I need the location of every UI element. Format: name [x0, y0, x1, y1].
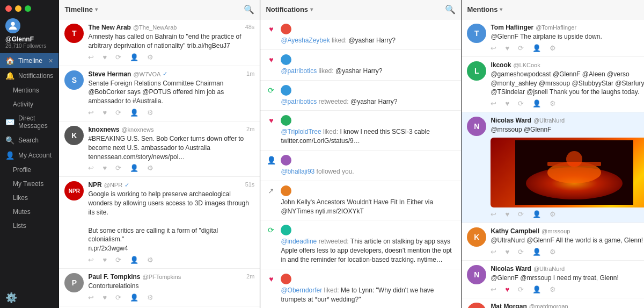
retweet-action[interactable]: ⟳ — [115, 256, 121, 264]
sidebar-item-direct-messages[interactable]: ✉️ Direct Messages — [0, 111, 58, 133]
sidebar-item-timeline[interactable]: 🏠 Timeline ✕ — [0, 53, 58, 68]
notification-item[interactable]: ♥ @TriploidTree liked: I know I need thi… — [260, 111, 461, 151]
more-action[interactable]: ⚙ — [147, 53, 153, 61]
reply-action[interactable]: ↩ — [491, 44, 496, 52]
tweet[interactable]: P Paul F. Tompkins @PFTompkins 2m Contor… — [59, 269, 260, 306]
like-action[interactable]: ♥ — [505, 44, 509, 52]
sidebar-item-profile[interactable]: Profile — [0, 163, 58, 177]
more-action[interactable]: ⚙ — [550, 248, 556, 256]
mention-tweet[interactable]: N Nicolas Ward @UltraNurd 2h @mrssoup @G… — [462, 112, 644, 223]
retweet-action[interactable]: ⟳ — [518, 44, 524, 52]
more-action[interactable]: ⚙ — [550, 210, 556, 218]
like-action[interactable]: ♥ — [505, 248, 509, 256]
reply-action[interactable]: ↩ — [88, 293, 94, 302]
tweet-header: knoxnews @knoxnews 2m — [88, 126, 254, 133]
mention-tweet[interactable]: T Tom Haflinger @TomHaflinger 59m @Glenn… — [462, 19, 644, 57]
notification-item[interactable]: ↗ John Kelly's Ancestors Wouldn't Have F… — [260, 181, 461, 221]
sidebar-item-lists[interactable]: Lists — [0, 219, 58, 233]
tweet[interactable]: K knoxnews @knoxnews 2m #BREAKING U.S. S… — [59, 121, 260, 177]
more-action[interactable]: ⚙ — [147, 256, 153, 264]
retweet-action[interactable]: ⟳ — [518, 285, 524, 293]
retweet-action[interactable]: ⟳ — [518, 210, 524, 218]
retweet-action[interactable]: ⟳ — [518, 99, 524, 108]
more-action[interactable]: ⚙ — [550, 285, 556, 293]
mention-tweet[interactable]: M Mat Morgan @matdmorgan Such a missed o… — [462, 298, 644, 308]
more-action[interactable]: ⚙ — [550, 99, 556, 108]
notification-item[interactable]: ♥ @AyeshaZeybek liked: @yashar Harry? — [260, 19, 461, 50]
maximize-button[interactable] — [25, 5, 31, 12]
tweet[interactable]: T The New Arab @The_NewArab 48s Amnesty … — [59, 19, 260, 66]
tweet-name: NPR — [88, 181, 101, 189]
sidebar-item-activity[interactable]: Activity — [0, 97, 58, 111]
sidebar-item-search[interactable]: 🔍 Search — [0, 133, 58, 148]
settings-icon[interactable]: ⚙️ — [5, 292, 17, 303]
notif-content: @yashar Harry? — [335, 67, 383, 75]
more-action[interactable]: ⚙ — [550, 44, 556, 52]
minimize-button[interactable] — [15, 5, 21, 12]
timeline-header: Timeline ▾ 🔍 — [59, 0, 260, 19]
user-action[interactable]: 👤 — [130, 109, 138, 117]
notifications-title[interactable]: Notifications ▾ — [266, 5, 313, 13]
tweet[interactable]: NPR NPR @NPR ✓ 51s Google is working to … — [59, 177, 260, 269]
mention-tweet[interactable]: L lkcook @LKCook 2h @gameshowpodcast @Gl… — [462, 57, 644, 112]
notif-icon: ⟳ — [266, 225, 276, 234]
sidebar-item-mutes[interactable]: Mutes — [0, 205, 58, 219]
timeline-search-button[interactable]: 🔍 — [244, 4, 254, 15]
tweet-text: Google is working to help preserve archa… — [88, 190, 254, 253]
sidebar-item-my-account[interactable]: 👤 My Account — [0, 148, 58, 163]
user-action[interactable]: 👤 — [532, 99, 541, 108]
user-action[interactable]: 👤 — [532, 285, 541, 293]
like-action[interactable]: ♥ — [505, 99, 509, 108]
user-action[interactable]: 👤 — [130, 164, 138, 172]
notification-item[interactable]: ⟳ @indeadline retweeted: This article on… — [260, 220, 461, 269]
more-action[interactable]: ⚙ — [147, 164, 153, 172]
reply-action[interactable]: ↩ — [491, 210, 496, 218]
user-action[interactable]: 👤 — [130, 256, 138, 264]
like-action[interactable]: ♥ — [103, 293, 107, 302]
reply-action[interactable]: ↩ — [491, 285, 496, 293]
reply-action[interactable]: ↩ — [491, 248, 496, 256]
like-action[interactable]: ♥ — [103, 53, 107, 61]
close-icon[interactable]: ✕ — [48, 58, 53, 65]
tweet[interactable]: S Steve Herman @W7VOA ✓ 1m Senate Foreig… — [59, 66, 260, 121]
user-action[interactable]: 👤 — [532, 210, 541, 218]
notifications-search-button[interactable]: 🔍 — [445, 4, 456, 15]
notification-item[interactable]: ♥ @Oberndorfer liked: Me to Lynn: "Why d… — [260, 269, 461, 308]
tweet-content: Mat Morgan @matdmorgan Such a missed opp… — [491, 303, 644, 308]
sidebar-user[interactable]: @GlennF 26,710 Followers — [0, 15, 58, 53]
user-action[interactable]: 👤 — [532, 44, 541, 52]
notification-item[interactable]: ♥ @patribotics liked: @yashar Harry? — [260, 50, 461, 81]
reply-action[interactable]: ↩ — [88, 109, 94, 117]
reply-action[interactable]: ↩ — [88, 256, 94, 264]
like-action[interactable]: ♥ — [505, 285, 509, 293]
timeline-title[interactable]: Timeline ▾ — [64, 5, 98, 13]
sidebar-item-my-tweets[interactable]: My Tweets — [0, 177, 58, 191]
like-action[interactable]: ♥ — [103, 164, 107, 172]
retweet-action[interactable]: ⟳ — [115, 164, 121, 172]
reply-action[interactable]: ↩ — [88, 164, 94, 172]
reply-action[interactable]: ↩ — [88, 53, 94, 61]
mention-tweet[interactable]: K Kathy Campbell @mrssoup 2h @UltraNurd … — [462, 223, 644, 261]
more-action[interactable]: ⚙ — [147, 293, 153, 302]
retweet-action[interactable]: ⟳ — [115, 293, 121, 302]
retweet-action[interactable]: ⟳ — [518, 248, 524, 256]
more-action[interactable]: ⚙ — [147, 109, 153, 117]
retweet-action[interactable]: ⟳ — [115, 109, 121, 117]
like-action[interactable]: ♥ — [505, 210, 509, 218]
notification-item[interactable]: 👤 @bhallaji93 followed you. — [260, 151, 461, 181]
mentions-title[interactable]: Mentions ▾ — [467, 5, 502, 13]
user-action[interactable]: 👤 — [532, 248, 541, 256]
like-action[interactable]: ♥ — [103, 256, 107, 264]
reply-action[interactable]: ↩ — [491, 99, 496, 108]
tweet-text: #BREAKING U.S. Sen. Bob Corker turns dow… — [88, 134, 254, 161]
notification-item[interactable]: ⟳ @patribotics retweeted: @yashar Harry? — [260, 81, 461, 111]
user-action[interactable]: 👤 — [130, 53, 138, 61]
mention-tweet[interactable]: N Nicolas Ward @UltraNurd 2h @GlennF @mr… — [462, 261, 644, 298]
sidebar-item-likes[interactable]: Likes — [0, 191, 58, 205]
sidebar-item-mentions[interactable]: Mentions — [0, 83, 58, 97]
like-action[interactable]: ♥ — [103, 109, 107, 117]
user-action[interactable]: 👤 — [130, 293, 138, 302]
close-button[interactable] — [5, 5, 12, 12]
retweet-action[interactable]: ⟳ — [115, 53, 121, 61]
sidebar-item-notifications[interactable]: 🔔 Notifications — [0, 68, 58, 83]
